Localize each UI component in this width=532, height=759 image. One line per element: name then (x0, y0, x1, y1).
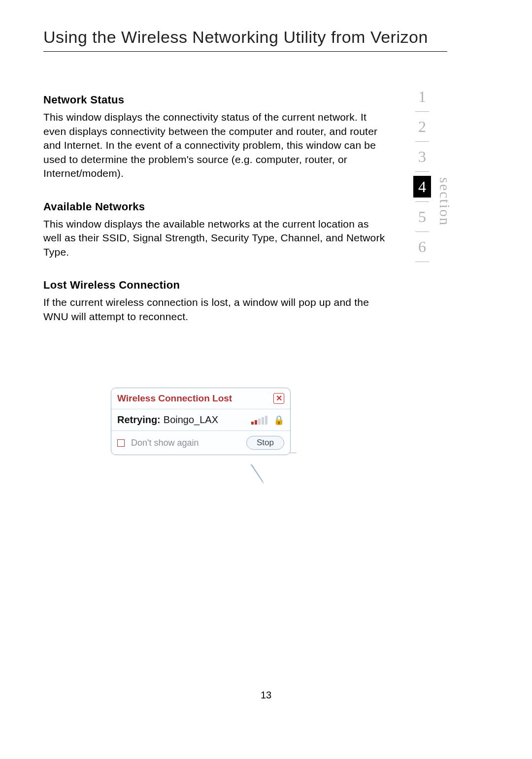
popup-retry-row: Retrying: Boingo_LAX 🔒 (111, 409, 290, 430)
section-heading: Available Networks (43, 200, 388, 213)
section-heading: Lost Wireless Connection (43, 279, 388, 292)
dont-show-again[interactable]: Don't show again (117, 438, 199, 448)
section-heading: Network Status (43, 94, 388, 106)
retry-ssid: Boingo_LAX (164, 414, 218, 426)
section-nav-label: section (436, 177, 453, 226)
lock-icon: 🔒 (273, 415, 284, 426)
section-nav-item-1[interactable]: 1 (413, 86, 431, 107)
nav-divider (415, 111, 429, 112)
section-nav-item-5[interactable]: 5 (413, 206, 431, 228)
popup-tail-icon (251, 464, 264, 484)
signal-strength-icon (251, 416, 267, 425)
nav-divider (415, 231, 429, 232)
document-page: Using the Wireless Networking Utility fr… (0, 0, 532, 759)
section-para: This window displays the available netwo… (43, 217, 388, 260)
section-nav-item-6[interactable]: 6 (413, 236, 431, 258)
nav-divider (415, 171, 429, 172)
dont-show-again-label: Don't show again (131, 438, 199, 448)
section-nav-item-4[interactable]: 4 (413, 176, 431, 198)
nav-divider (415, 262, 429, 262)
popup-body: Wireless Connection Lost ✕ Retrying: Boi… (111, 388, 291, 455)
popup-header: Wireless Connection Lost ✕ (111, 388, 290, 409)
popup-title: Wireless Connection Lost (117, 393, 232, 404)
popup-footer: Don't show again Stop (111, 430, 290, 455)
nav-divider (415, 141, 429, 142)
stop-button[interactable]: Stop (246, 436, 284, 450)
section-nav-item-3[interactable]: 3 (413, 146, 431, 167)
popup-connector-line (290, 453, 297, 453)
retry-prefix: Retrying: (117, 414, 161, 426)
title-rule (43, 51, 447, 52)
section-para: If the current wireless connection is lo… (43, 296, 388, 324)
close-icon[interactable]: ✕ (273, 393, 284, 404)
page-number: 13 (0, 690, 532, 701)
nav-divider (415, 201, 429, 202)
body-content: Network Status This window displays the … (43, 94, 388, 343)
page-title: Using the Wireless Networking Utility fr… (43, 28, 428, 47)
section-nav-item-2[interactable]: 2 (413, 116, 431, 137)
checkbox-icon[interactable] (117, 439, 125, 447)
connection-lost-popup: Wireless Connection Lost ✕ Retrying: Boi… (111, 388, 291, 455)
section-para: This window displays the connectivity st… (43, 110, 388, 181)
section-nav: 1 2 3 4 5 6 (413, 86, 431, 266)
